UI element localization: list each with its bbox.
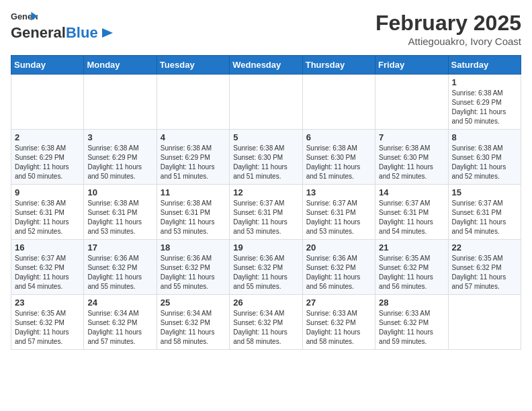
day-number: 21 xyxy=(379,242,444,253)
calendar-table: SundayMondayTuesdayWednesdayThursdayFrid… xyxy=(11,55,521,350)
day-number: 4 xyxy=(161,132,226,142)
svg-marker-2 xyxy=(102,28,113,38)
day-info: Sunrise: 6:37 AM Sunset: 6:31 PM Dayligh… xyxy=(306,199,371,236)
calendar-day-cell: 5Sunrise: 6:38 AM Sunset: 6:30 PM Daylig… xyxy=(230,130,302,185)
calendar-header-row: SundayMondayTuesdayWednesdayThursdayFrid… xyxy=(11,56,521,75)
calendar-week-row: 23Sunrise: 6:35 AM Sunset: 6:32 PM Dayli… xyxy=(11,295,521,350)
day-info: Sunrise: 6:37 AM Sunset: 6:31 PM Dayligh… xyxy=(233,199,298,236)
title-block: February 2025 Attiegouakro, Ivory Coast xyxy=(375,11,521,47)
calendar-day-cell: 7Sunrise: 6:38 AM Sunset: 6:30 PM Daylig… xyxy=(375,130,448,185)
calendar-day-cell xyxy=(230,75,302,130)
page-header: General General Blue February 2025 Attie… xyxy=(11,11,521,47)
day-info: Sunrise: 6:36 AM Sunset: 6:32 PM Dayligh… xyxy=(87,254,152,291)
calendar-day-cell xyxy=(302,75,375,130)
weekday-header: Friday xyxy=(375,56,448,75)
day-number: 17 xyxy=(87,242,152,253)
calendar-week-row: 1Sunrise: 6:38 AM Sunset: 6:29 PM Daylig… xyxy=(11,75,521,130)
day-info: Sunrise: 6:38 AM Sunset: 6:29 PM Dayligh… xyxy=(87,144,152,181)
calendar-day-cell: 27Sunrise: 6:33 AM Sunset: 6:32 PM Dayli… xyxy=(302,295,375,350)
day-number: 13 xyxy=(306,187,371,197)
calendar-day-cell xyxy=(375,75,448,130)
day-number: 10 xyxy=(87,187,152,197)
weekday-header: Saturday xyxy=(448,56,521,75)
day-info: Sunrise: 6:37 AM Sunset: 6:31 PM Dayligh… xyxy=(452,199,517,236)
day-info: Sunrise: 6:38 AM Sunset: 6:30 PM Dayligh… xyxy=(233,144,298,181)
calendar-day-cell xyxy=(157,75,229,130)
calendar-day-cell: 21Sunrise: 6:35 AM Sunset: 6:32 PM Dayli… xyxy=(375,240,448,295)
calendar-day-cell: 28Sunrise: 6:33 AM Sunset: 6:32 PM Dayli… xyxy=(375,295,448,350)
day-info: Sunrise: 6:34 AM Sunset: 6:32 PM Dayligh… xyxy=(161,309,226,347)
day-info: Sunrise: 6:38 AM Sunset: 6:30 PM Dayligh… xyxy=(379,144,444,181)
day-info: Sunrise: 6:36 AM Sunset: 6:32 PM Dayligh… xyxy=(233,254,298,291)
day-number: 26 xyxy=(233,298,298,308)
calendar-day-cell: 20Sunrise: 6:36 AM Sunset: 6:32 PM Dayli… xyxy=(302,240,375,295)
calendar-day-cell: 25Sunrise: 6:34 AM Sunset: 6:32 PM Dayli… xyxy=(157,295,229,350)
day-info: Sunrise: 6:38 AM Sunset: 6:30 PM Dayligh… xyxy=(452,144,517,181)
day-number: 19 xyxy=(233,242,298,253)
day-number: 6 xyxy=(306,132,371,142)
day-info: Sunrise: 6:38 AM Sunset: 6:29 PM Dayligh… xyxy=(452,89,517,126)
day-info: Sunrise: 6:38 AM Sunset: 6:31 PM Dayligh… xyxy=(161,199,226,236)
logo-triangle-icon xyxy=(99,26,114,40)
calendar-day-cell: 10Sunrise: 6:38 AM Sunset: 6:31 PM Dayli… xyxy=(84,185,157,240)
calendar-day-cell: 2Sunrise: 6:38 AM Sunset: 6:29 PM Daylig… xyxy=(11,130,84,185)
calendar-day-cell: 17Sunrise: 6:36 AM Sunset: 6:32 PM Dayli… xyxy=(84,240,157,295)
day-info: Sunrise: 6:38 AM Sunset: 6:31 PM Dayligh… xyxy=(15,199,80,236)
day-number: 5 xyxy=(233,132,298,142)
weekday-header: Monday xyxy=(84,56,157,75)
calendar-day-cell: 14Sunrise: 6:37 AM Sunset: 6:31 PM Dayli… xyxy=(375,185,448,240)
calendar-day-cell: 6Sunrise: 6:38 AM Sunset: 6:30 PM Daylig… xyxy=(302,130,375,185)
calendar-day-cell: 3Sunrise: 6:38 AM Sunset: 6:29 PM Daylig… xyxy=(84,130,157,185)
day-number: 25 xyxy=(161,298,226,308)
weekday-header: Tuesday xyxy=(157,56,229,75)
calendar-week-row: 9Sunrise: 6:38 AM Sunset: 6:31 PM Daylig… xyxy=(11,185,521,240)
calendar-week-row: 16Sunrise: 6:37 AM Sunset: 6:32 PM Dayli… xyxy=(11,240,521,295)
calendar-day-cell: 24Sunrise: 6:34 AM Sunset: 6:32 PM Dayli… xyxy=(84,295,157,350)
day-number: 18 xyxy=(161,242,226,253)
calendar-title: February 2025 xyxy=(375,11,521,36)
calendar-day-cell: 22Sunrise: 6:35 AM Sunset: 6:32 PM Dayli… xyxy=(448,240,521,295)
day-number: 2 xyxy=(15,132,80,142)
calendar-day-cell: 12Sunrise: 6:37 AM Sunset: 6:31 PM Dayli… xyxy=(230,185,302,240)
day-number: 7 xyxy=(379,132,444,142)
calendar-day-cell: 16Sunrise: 6:37 AM Sunset: 6:32 PM Dayli… xyxy=(11,240,84,295)
day-number: 9 xyxy=(15,187,80,197)
calendar-day-cell: 13Sunrise: 6:37 AM Sunset: 6:31 PM Dayli… xyxy=(302,185,375,240)
day-number: 23 xyxy=(15,298,80,308)
day-number: 24 xyxy=(87,298,152,308)
calendar-subtitle: Attiegouakro, Ivory Coast xyxy=(375,36,521,47)
calendar-day-cell xyxy=(448,295,521,350)
weekday-header: Thursday xyxy=(302,56,375,75)
day-info: Sunrise: 6:34 AM Sunset: 6:32 PM Dayligh… xyxy=(233,309,298,347)
day-number: 1 xyxy=(452,77,517,87)
calendar-day-cell: 18Sunrise: 6:36 AM Sunset: 6:32 PM Dayli… xyxy=(157,240,229,295)
logo: General General Blue xyxy=(11,11,114,42)
day-info: Sunrise: 6:35 AM Sunset: 6:32 PM Dayligh… xyxy=(15,309,80,347)
day-info: Sunrise: 6:38 AM Sunset: 6:29 PM Dayligh… xyxy=(161,144,226,181)
day-number: 15 xyxy=(452,187,517,197)
calendar-day-cell: 19Sunrise: 6:36 AM Sunset: 6:32 PM Dayli… xyxy=(230,240,302,295)
logo-blue: Blue xyxy=(66,24,98,42)
calendar-day-cell: 8Sunrise: 6:38 AM Sunset: 6:30 PM Daylig… xyxy=(448,130,521,185)
logo-icon: General xyxy=(11,11,38,23)
day-info: Sunrise: 6:34 AM Sunset: 6:32 PM Dayligh… xyxy=(87,309,152,347)
calendar-day-cell: 26Sunrise: 6:34 AM Sunset: 6:32 PM Dayli… xyxy=(230,295,302,350)
calendar-day-cell: 15Sunrise: 6:37 AM Sunset: 6:31 PM Dayli… xyxy=(448,185,521,240)
calendar-day-cell: 1Sunrise: 6:38 AM Sunset: 6:29 PM Daylig… xyxy=(448,75,521,130)
day-number: 3 xyxy=(87,132,152,142)
calendar-day-cell: 11Sunrise: 6:38 AM Sunset: 6:31 PM Dayli… xyxy=(157,185,229,240)
day-info: Sunrise: 6:33 AM Sunset: 6:32 PM Dayligh… xyxy=(306,309,371,347)
calendar-day-cell xyxy=(11,75,84,130)
day-number: 12 xyxy=(233,187,298,197)
day-info: Sunrise: 6:38 AM Sunset: 6:29 PM Dayligh… xyxy=(15,144,80,181)
weekday-header: Sunday xyxy=(11,56,84,75)
day-number: 20 xyxy=(306,242,371,253)
day-info: Sunrise: 6:38 AM Sunset: 6:30 PM Dayligh… xyxy=(306,144,371,181)
day-number: 8 xyxy=(452,132,517,142)
day-number: 27 xyxy=(306,298,371,308)
day-info: Sunrise: 6:35 AM Sunset: 6:32 PM Dayligh… xyxy=(452,254,517,291)
calendar-week-row: 2Sunrise: 6:38 AM Sunset: 6:29 PM Daylig… xyxy=(11,130,521,185)
day-info: Sunrise: 6:35 AM Sunset: 6:32 PM Dayligh… xyxy=(379,254,444,291)
day-info: Sunrise: 6:37 AM Sunset: 6:32 PM Dayligh… xyxy=(15,254,80,291)
day-number: 11 xyxy=(161,187,226,197)
